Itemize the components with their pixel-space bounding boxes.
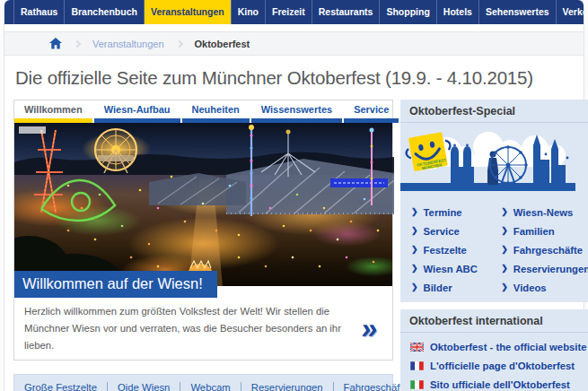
oktoberfest-special-box: Oktoberfest-Special [400,100,588,302]
quicklink-webcam[interactable]: Webcam [180,382,241,391]
special-links-grid: ❯Termine ❯Wiesn-News ❯Service ❯Familien … [400,199,588,302]
skyline-illustration: OKTOBERFEST MÜNCHEN [400,127,588,199]
breadcrumb-separator-icon [175,39,182,47]
special-link-label: Reservierungen [513,264,588,274]
special-link-label: Fahrgeschäfte [513,245,583,256]
tab-neuheiten[interactable]: Neuheiten [182,100,250,123]
tab-willkommen[interactable]: Willkommen [14,100,92,123]
nav-item-rathaus[interactable]: Rathaus [13,0,65,24]
special-link-label: Wiesn ABC [424,264,478,274]
international-link-french[interactable]: L'officielle page d'Oktoberfest [404,357,588,374]
chevron-right-icon: ❯ [411,265,418,273]
tab-wissenswertes[interactable]: Wissenswertes [251,100,342,123]
chevron-right-icon: ❯ [411,246,418,254]
hero-banner-title: Willkommen auf der Wiesn! [14,271,217,298]
tab-wiesn-aufbau[interactable]: Wiesn-Aufbau [94,100,180,123]
chevron-right-icon: ❯ [501,227,508,235]
international-link-label: Oktoberfest - the official website [430,342,587,352]
chevron-right-icon: ❯ [411,208,418,216]
special-link-label: Videos [513,282,547,293]
special-link-label: Wiesn-News [513,207,573,218]
quicklinks-row-1: Große FestzelteOide WiesnWebcamReservier… [14,380,392,391]
france-flag-icon [410,361,424,370]
international-box-title: Oktoberfest international [400,309,588,333]
italy-flag-icon [410,380,424,389]
photo-scene-graphics [14,123,394,286]
special-link-label: Service [424,226,460,237]
chevron-right-icon: ❯ [501,265,508,273]
nav-item-restaurants[interactable]: Restaurants [312,0,381,24]
uk-flag-icon [410,343,424,352]
special-link-label: Bilder [424,282,452,293]
nav-item-freizeit[interactable]: Freizeit [266,0,312,24]
chevron-right-icon: ❯ [501,208,508,216]
international-link-label: Sito ufficiale dell'Oktoberfest [430,379,570,390]
special-link-service[interactable]: ❯Service [411,222,501,240]
special-link-label: Termine [424,207,462,218]
tab-bar: Willkommen Wiesn-Aufbau Neuheiten Wissen… [14,100,392,123]
nav-item-sehenswertes[interactable]: Sehenswertes [479,0,557,24]
special-box-title: Oktoberfest-Special [400,100,588,123]
special-link-festzelte[interactable]: ❯Festzelte [411,240,501,259]
special-link-wiesn-abc[interactable]: ❯Wiesn ABC [411,259,501,278]
special-link-reservierungen[interactable]: ❯Reservierungen [501,259,588,278]
browser-page: Rathaus Branchenbuch Veranstaltungen Kin… [4,0,584,391]
photo-watermark [19,126,46,134]
nav-item-branchenbuch[interactable]: Branchenbuch [65,0,145,24]
international-link-label: L'officielle page d'Oktoberfest [430,361,575,371]
quicklink-reservierungen[interactable]: Reservierungen [241,382,334,391]
nav-item-hotels[interactable]: Hotels [437,0,479,24]
special-link-fahrgeschaefte[interactable]: ❯Fahrgeschäfte [501,240,588,259]
nav-item-verkehr[interactable]: Verkehr [557,0,584,24]
chevron-right-icon: ❯ [501,246,508,254]
international-link-italian[interactable]: Sito ufficiale dell'Oktoberfest [404,376,588,391]
nav-item-shopping[interactable]: Shopping [380,0,436,24]
top-navigation: Rathaus Branchenbuch Veranstaltungen Kin… [4,0,584,24]
special-link-wiesn-news[interactable]: ❯Wiesn-News [501,203,588,222]
oktoberfest-smiley-logo: OKTOBERFEST MÜNCHEN [404,127,454,181]
tab-service[interactable]: Service [344,100,399,123]
chevron-right-icon: ❯ [411,227,418,235]
hero-module: Willkommen Wiesn-Aufbau Neuheiten Wissen… [13,100,393,361]
special-link-familien[interactable]: ❯Familien [501,222,588,240]
quicklink-oide-wiesn[interactable]: Oide Wiesn [108,382,180,391]
more-arrow-icon[interactable]: » [361,316,380,341]
breadcrumb: Veranstaltungen Oktoberfest [4,31,584,56]
oktoberfest-night-photo[interactable]: Willkommen auf der Wiesn! [14,123,392,286]
home-icon[interactable] [49,38,62,49]
special-link-label: Festzelte [424,245,467,256]
breadcrumb-current: Oktoberfest [195,39,250,49]
nav-item-veranstaltungen[interactable]: Veranstaltungen [145,0,232,24]
chevron-right-icon: ❯ [501,283,508,291]
breadcrumb-link-veranstaltungen[interactable]: Veranstaltungen [92,39,164,49]
quicklink-grosse-festzelte[interactable]: Große Festzelte [14,382,108,391]
special-link-label: Familien [513,226,555,237]
international-links: Oktoberfest - the official website L'off… [400,333,588,391]
hero-description: Herzlich willkommen zum größten Volksfes… [24,303,353,353]
special-link-bilder[interactable]: ❯Bilder [411,278,501,297]
oktoberfest-international-box: Oktoberfest international Oktoberfest - … [400,309,588,391]
special-link-videos[interactable]: ❯Videos [501,278,588,297]
nav-item-kino[interactable]: Kino [232,0,266,24]
special-link-termine[interactable]: ❯Termine [411,203,501,222]
quicklinks-box: Große FestzelteOide WiesnWebcamReservier… [13,374,393,391]
international-link-english[interactable]: Oktoberfest - the official website [404,338,588,355]
chevron-right-icon: ❯ [411,283,418,291]
page-title: Die offizielle Seite zum Münchner Oktobe… [15,67,575,89]
breadcrumb-separator-icon [74,39,81,47]
